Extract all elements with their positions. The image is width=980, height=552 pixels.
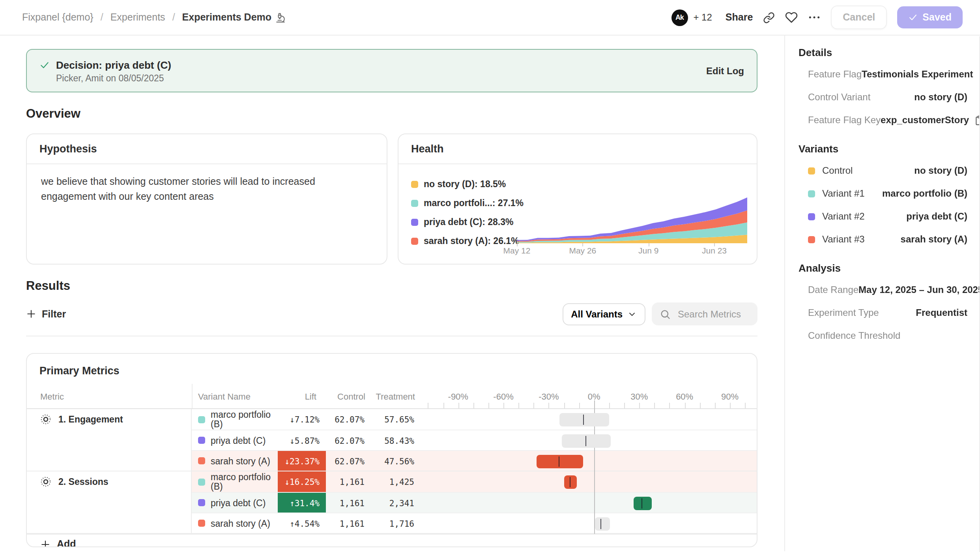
field-label: Confidence Threshold	[808, 330, 900, 341]
metric-cell: 1. Engagement	[27, 409, 192, 471]
axis-label: -60%	[493, 392, 513, 401]
legend-swatch	[411, 218, 418, 225]
variant-swatch	[198, 520, 205, 527]
field-value: priya debt (C)	[906, 211, 967, 222]
sidebar-section-title: Variants	[799, 143, 967, 155]
variant-name: sarah story (A)	[211, 456, 270, 466]
main-content: Decision: priya debt (C) Picker, Amit on…	[0, 36, 784, 551]
avatar-count[interactable]: + 12	[693, 12, 712, 23]
axis-tick	[655, 403, 655, 408]
legend-label: no story (D): 18.5%	[424, 179, 506, 189]
sidebar-row: Experiment TypeFrequentist	[799, 307, 967, 318]
lift-cell: ↓7.12%	[278, 409, 326, 430]
variant-cell: marco portfolio (B)	[192, 409, 278, 430]
axis-tick	[458, 403, 459, 408]
axis-label: 90%	[721, 392, 739, 401]
edit-log-button[interactable]: Edit Log	[706, 65, 744, 76]
variant-slot-label: Control	[822, 165, 853, 176]
legend-label: sarah story (A): 26.1%	[424, 236, 519, 246]
column-header-metric: Metric	[40, 392, 64, 401]
field-value-text: marco portfolio (B)	[882, 188, 967, 199]
variants-filter-label: All Variants	[571, 308, 623, 319]
sidebar-row: Date RangeMay 12, 2025 – Jun 30, 2025	[799, 284, 967, 295]
sidebar-section-title: Details	[799, 47, 967, 58]
x-axis-tick	[583, 243, 584, 246]
variant-name: priya debt (C)	[211, 498, 266, 507]
axis-tick	[624, 403, 625, 408]
axis-label: 0%	[588, 392, 600, 401]
table-row[interactable]: priya debt (C)↓5.87%62.07%58.43%	[192, 430, 757, 450]
cancel-button[interactable]: Cancel	[831, 6, 887, 29]
table-row[interactable]: priya debt (C)↑31.4%1,1612,341	[192, 492, 757, 513]
variant-swatch	[808, 190, 815, 197]
variant-swatch	[808, 236, 815, 243]
control-value: 62.07%	[326, 430, 375, 450]
add-filter-button[interactable]: Filter	[26, 308, 66, 319]
sidebar-section-details: DetailsFeature FlagTestimonials Experime…	[799, 47, 967, 126]
sidebar-row: Controlno story (D)	[799, 165, 967, 176]
legend-item: no story (D): 18.5%	[411, 175, 524, 193]
primary-metrics-title: Primary Metrics	[27, 354, 757, 384]
zero-line	[594, 471, 595, 493]
field-value[interactable]: Testimonials Experiment	[862, 69, 980, 80]
lift-cell: ↓23.37%	[278, 451, 326, 471]
variant-key: Variant #3	[808, 234, 865, 245]
variant-swatch	[198, 457, 205, 464]
x-axis-label: May 12	[503, 246, 531, 255]
axis-label: -30%	[539, 392, 559, 401]
variant-name: marco portfolio (B)	[211, 410, 278, 429]
metric-name[interactable]: 1. Engagement	[27, 409, 191, 430]
column-divider	[192, 384, 193, 408]
search-metrics-box	[652, 302, 757, 325]
variant-slot-label: Variant #1	[822, 188, 865, 199]
column-header-control: Control	[337, 392, 365, 401]
variant-key: Variant #2	[808, 211, 865, 222]
treatment-value: 1,716	[375, 513, 425, 533]
add-metric-button[interactable]: Add	[27, 534, 757, 547]
confidence-interval-bar	[537, 454, 583, 468]
legend-swatch	[411, 237, 418, 244]
copy-link-icon[interactable]	[763, 11, 775, 23]
legend-item: marco portfoli...: 27.1%	[411, 193, 524, 212]
ci-chart-cell	[425, 451, 757, 471]
field-value: no story (D)	[914, 165, 967, 176]
table-row[interactable]: sarah story (A)↑4.54%1,1611,716	[192, 513, 757, 533]
health-card: Health no story (D): 18.5%marco portfoli…	[398, 133, 757, 265]
share-button[interactable]: Share	[726, 12, 753, 23]
metric-name[interactable]: 2. Sessions	[27, 471, 191, 492]
field-value-text: sarah story (A)	[901, 234, 967, 245]
axis-tick	[699, 403, 700, 408]
table-row[interactable]: marco portfolio (B)↓7.12%62.07%57.65%	[192, 409, 757, 430]
breadcrumb-separator: /	[172, 12, 175, 23]
zero-axis-tick	[594, 400, 595, 408]
x-axis-label: Jun 23	[702, 246, 727, 255]
table-row[interactable]: marco portfolio (B)↓16.25%1,1611,425	[192, 471, 757, 492]
treatment-value: 47.56%	[375, 451, 425, 471]
variants-filter-dropdown[interactable]: All Variants	[562, 303, 645, 325]
sidebar-section-title: Analysis	[799, 262, 967, 274]
axis-tick	[670, 403, 670, 408]
field-value-text: May 12, 2025 – Jun 30, 2025	[858, 284, 980, 295]
axis-tick	[473, 403, 474, 408]
microscope-icon	[275, 12, 286, 23]
axis-tick	[564, 403, 565, 408]
lift-cell: ↑4.54%	[278, 513, 326, 533]
field-value-text: Frequentist	[916, 307, 967, 318]
search-metrics-input[interactable]	[676, 308, 750, 320]
table-row[interactable]: sarah story (A)↓23.37%62.07%47.56%	[192, 450, 757, 471]
breadcrumb-item[interactable]: Experiments	[110, 12, 165, 23]
avatar[interactable]: Ak	[671, 9, 688, 26]
variant-cell: marco portfolio (B)	[192, 471, 278, 492]
field-value[interactable]: exp_customerStory	[881, 115, 980, 126]
hypothesis-card: Hypothesis we believe that showing custo…	[26, 133, 387, 265]
field-label: Date Range	[808, 284, 858, 295]
plus-icon	[26, 309, 36, 319]
breadcrumb-item[interactable]: Experiments Demo	[182, 12, 286, 23]
sidebar-section-analysis: AnalysisDate RangeMay 12, 2025 – Jun 30,…	[799, 262, 967, 341]
search-icon	[660, 308, 671, 319]
saved-button[interactable]: Saved	[897, 6, 963, 28]
breadcrumb-item[interactable]: Fixpanel {demo}	[22, 12, 94, 23]
sidebar-row: Variant #1marco portfolio (B)	[799, 188, 967, 199]
more-options-icon[interactable]	[808, 11, 821, 24]
favorite-heart-icon[interactable]	[785, 11, 798, 24]
